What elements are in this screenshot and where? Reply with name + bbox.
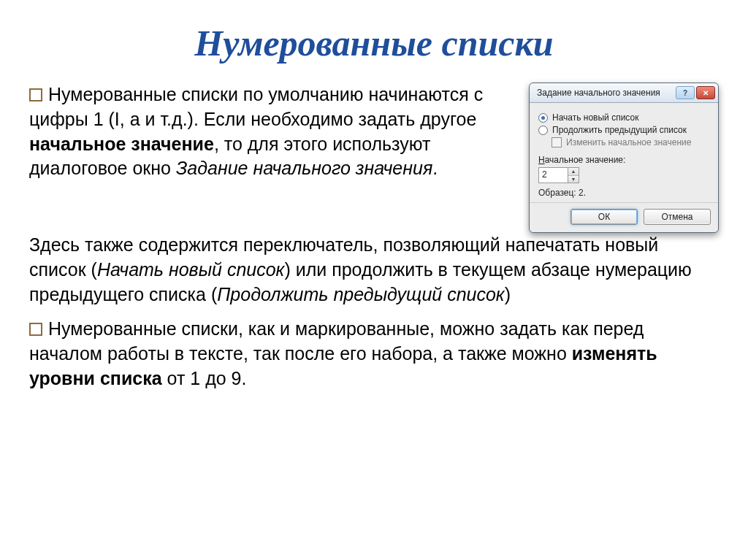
p2-c: ) [505,284,511,304]
paragraph-1: Нумерованные списки по умолчанию начинаю… [29,83,516,181]
radio-icon [538,126,548,135]
start-value-label: Начальное значение: [538,155,709,165]
p1-italic: Задание начального значения [176,158,432,178]
p1-tail: . [432,158,438,178]
slide-title: Нумерованные списки [29,22,719,64]
p3-a: Нумерованные списки, как и маркированные… [29,318,644,364]
radio-label: Начать новый список [552,112,638,123]
ok-button[interactable]: ОК [570,209,638,225]
dialog-set-numbering-value: Задание начального значения ? ✕ Начать н… [529,83,719,233]
checkbox-change-start-value: Изменить начальное значение [538,137,709,147]
start-value-spinner[interactable]: 2 ▲ ▼ [538,167,579,183]
radio-continue-list[interactable]: Продолжить предыдущий список [538,125,709,135]
spinner-down-icon[interactable]: ▼ [568,176,579,183]
label-rest: ачальное значение: [545,155,626,165]
spinner-up-icon[interactable]: ▲ [568,168,579,176]
p2-i1: Начать новый список [97,259,285,280]
cancel-button[interactable]: Отмена [644,209,711,225]
paragraph-2: Здесь также содержится переключатель, по… [29,233,719,307]
p1-bold: начальное значение [29,134,214,154]
p3-b: от 1 до 9. [162,368,247,388]
radio-label: Продолжить предыдущий список [552,125,687,135]
radio-start-new-list[interactable]: Начать новый список [538,112,709,123]
paragraph-3: Нумерованные списки, как и маркированные… [29,317,719,391]
spinner-value[interactable]: 2 [539,168,568,183]
dialog-title: Задание начального значения [537,88,660,98]
checkbox-icon [552,137,562,147]
close-icon[interactable]: ✕ [696,86,715,99]
bullet-icon [29,88,42,101]
sample-preview: Образец: 2. [538,188,709,198]
label-accel: Н [538,155,545,165]
bullet-icon [29,323,42,336]
p2-i2: Продолжить предыдущий список [217,284,504,304]
checkbox-label: Изменить начальное значение [566,137,691,147]
dialog-titlebar: Задание начального значения ? ✕ [530,83,718,103]
help-icon[interactable]: ? [676,86,695,99]
p1-lead: Нумерованные списки по умолчанию начинаю… [29,84,483,129]
radio-icon [538,113,548,123]
